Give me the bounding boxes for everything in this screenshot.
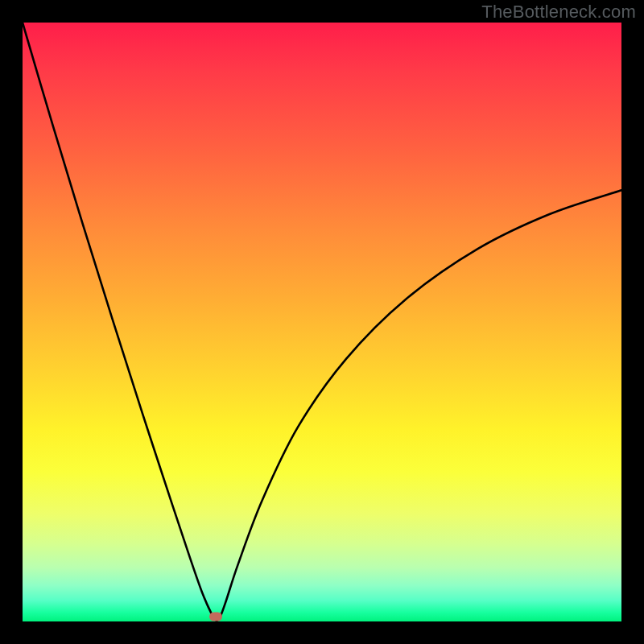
watermark-text: TheBottleneck.com [481,2,636,23]
chart-frame: TheBottleneck.com [0,0,644,644]
bottleneck-curve [23,23,621,621]
curve-svg [23,23,621,621]
plot-area [23,23,621,621]
optimal-point-marker [209,613,222,621]
